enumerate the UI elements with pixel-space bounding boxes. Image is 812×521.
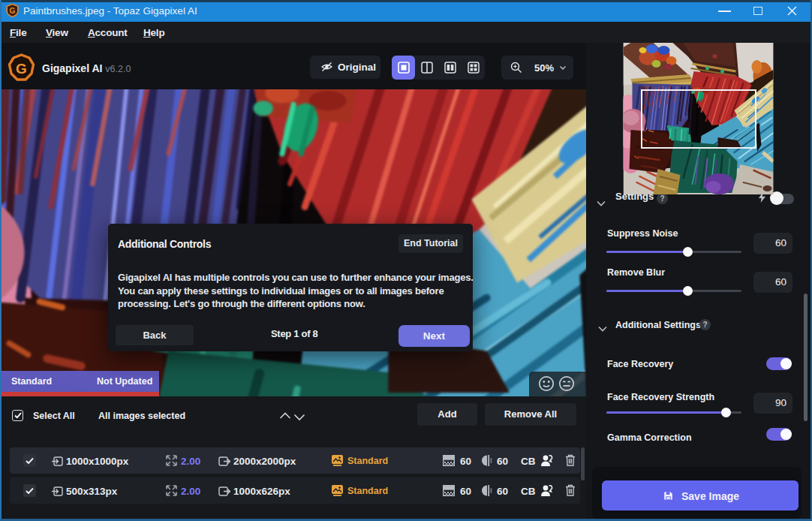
svg-text:G: G	[16, 61, 27, 77]
svg-text:G: G	[10, 7, 16, 15]
